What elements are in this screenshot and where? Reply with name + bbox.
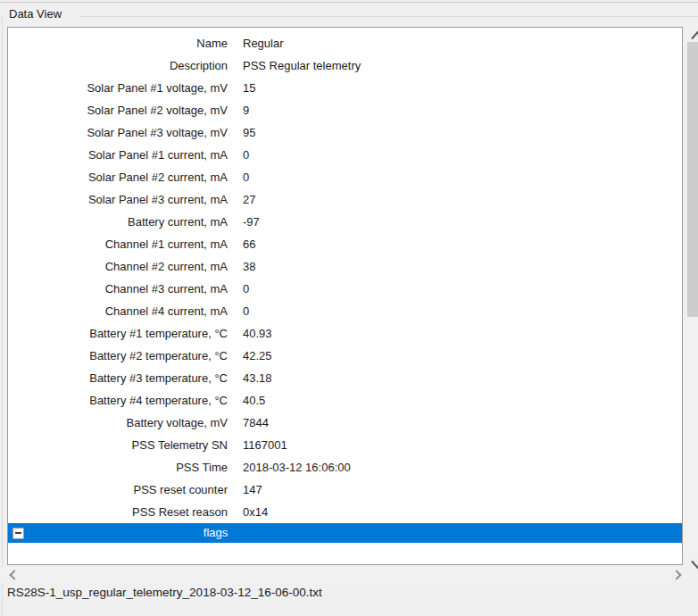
group-box-border-top: [80, 16, 698, 17]
table-row[interactable]: PSS reset counter 147: [8, 479, 682, 501]
property-label: Solar Panel #3 voltage, mV: [8, 126, 228, 139]
property-value: 40.5: [243, 394, 265, 407]
table-row[interactable]: Name Regular: [8, 32, 682, 54]
group-box-border-left: [2, 16, 3, 616]
property-value: 0: [243, 282, 249, 296]
property-value: 0: [243, 304, 249, 318]
property-value: 42.25: [243, 349, 272, 362]
property-label: Solar Panel #2 current, mA: [8, 171, 228, 184]
table-row[interactable]: Battery #4 temperature, °C 40.5: [8, 389, 682, 412]
table-row[interactable]: Battery #2 temperature, °C 42.25: [8, 345, 682, 367]
property-label: Channel #2 current, mA: [8, 260, 228, 273]
table-row[interactable]: Battery current, mA -97: [8, 211, 682, 233]
minus-icon: [15, 532, 21, 534]
table-row[interactable]: Channel #1 current, mA 66: [8, 233, 682, 255]
scroll-down-icon: [691, 561, 698, 570]
property-value: 7844: [243, 416, 269, 429]
property-label: PSS Telemetry SN: [8, 438, 228, 452]
property-label: PSS Time: [8, 461, 228, 474]
property-value: 0: [243, 171, 249, 184]
property-label: Channel #3 current, mA: [8, 282, 228, 296]
table-row[interactable]: Battery voltage, mV 7844: [8, 412, 682, 434]
table-row[interactable]: Solar Panel #2 current, mA 0: [8, 166, 682, 188]
table-row[interactable]: PSS Reset reason 0x14: [8, 501, 682, 523]
table-row[interactable]: Description PSS Regular telemetry: [8, 54, 682, 77]
property-label: Battery #2 temperature, °C: [8, 349, 228, 362]
property-value: 9: [243, 104, 249, 117]
property-label: Battery #4 temperature, °C: [8, 394, 228, 407]
vertical-scrollbar[interactable]: [687, 27, 698, 573]
property-value: Regular: [243, 37, 284, 50]
horizontal-scrollbar[interactable]: [0, 568, 687, 583]
telemetry-property-list: Name Regular Description PSS Regular tel…: [7, 27, 683, 565]
property-label: Channel #1 current, mA: [8, 237, 228, 251]
collapse-button[interactable]: [12, 528, 24, 539]
property-value: 1167001: [243, 438, 287, 452]
loaded-filename: RS28S-1_usp_regular_telemetry_2018-03-12…: [7, 586, 322, 599]
property-value: -97: [243, 215, 260, 229]
property-value: 2018-03-12 16:06:00: [243, 461, 351, 474]
property-label: Battery #1 temperature, °C: [8, 327, 228, 340]
property-value: 0x14: [243, 505, 268, 519]
table-row[interactable]: Battery #3 temperature, °C 43.18: [8, 367, 682, 389]
table-row[interactable]: Solar Panel #1 voltage, mV 15: [8, 77, 682, 99]
vertical-scrollbar-thumb[interactable]: [687, 42, 698, 317]
top-divider: [0, 2, 698, 3]
property-value: PSS Regular telemetry: [243, 59, 361, 72]
property-value: 147: [243, 483, 262, 496]
property-value: 43.18: [243, 371, 272, 385]
scroll-right-icon[interactable]: [671, 570, 681, 579]
data-view-window: Data View Name Regular Description PSS R…: [0, 0, 698, 616]
property-label: Battery current, mA: [8, 215, 228, 229]
scroll-left-icon[interactable]: [9, 570, 19, 579]
property-value: 95: [243, 126, 255, 139]
property-label: Battery voltage, mV: [8, 416, 228, 429]
property-label: Channel #4 current, mA: [8, 304, 228, 318]
property-label: Battery #3 temperature, °C: [8, 371, 228, 385]
table-row[interactable]: PSS Time 2018-03-12 16:06:00: [8, 456, 682, 479]
flags-group-row[interactable]: flags: [8, 523, 682, 543]
property-label: Description: [8, 59, 228, 72]
table-row[interactable]: PSS Telemetry SN 1167001: [8, 434, 682, 456]
scroll-up-icon: [691, 30, 698, 39]
scroll-up-button[interactable]: [687, 27, 698, 42]
table-row[interactable]: Channel #2 current, mA 38: [8, 255, 682, 278]
table-row[interactable]: Channel #4 current, mA 0: [8, 300, 682, 322]
table-row[interactable]: Solar Panel #3 current, mA 27: [8, 188, 682, 211]
property-list: Name Regular Description PSS Regular tel…: [8, 28, 682, 523]
table-row[interactable]: Battery #1 temperature, °C 40.93: [8, 322, 682, 345]
property-label: Solar Panel #2 voltage, mV: [8, 104, 228, 117]
property-value: 40.93: [243, 327, 272, 340]
table-row[interactable]: Channel #3 current, mA 0: [8, 278, 682, 300]
property-label: Name: [8, 37, 228, 50]
property-value: 15: [243, 81, 255, 95]
group-box-title: Data View: [9, 7, 62, 21]
property-label: PSS Reset reason: [8, 505, 228, 519]
property-label: PSS reset counter: [8, 483, 228, 496]
property-value: 38: [243, 260, 255, 273]
property-label: Solar Panel #1 current, mA: [8, 148, 228, 162]
flags-group-label: flags: [8, 523, 423, 543]
scroll-down-button[interactable]: [687, 558, 698, 573]
table-row[interactable]: Solar Panel #2 voltage, mV 9: [8, 99, 682, 121]
table-row[interactable]: Solar Panel #1 current, mA 0: [8, 144, 682, 166]
table-row[interactable]: Solar Panel #3 voltage, mV 95: [8, 121, 682, 144]
property-value: 66: [243, 237, 255, 251]
property-label: Solar Panel #3 current, mA: [8, 193, 228, 206]
property-value: 0: [243, 148, 249, 162]
property-label: Solar Panel #1 voltage, mV: [8, 81, 228, 95]
property-value: 27: [243, 193, 255, 206]
